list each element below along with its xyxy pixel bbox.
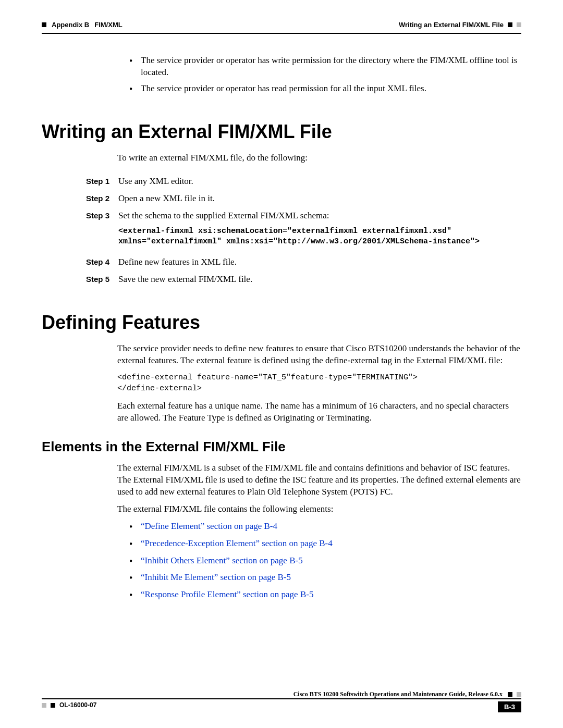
step-text: Set the schema to the supplied External … [118,210,521,251]
step-row: Step 4 Define new features in XML file. [86,256,521,268]
appendix-label: Appendix B [52,21,89,29]
square-icon [42,703,46,708]
step-text-line: Set the schema to the supplied External … [118,211,329,220]
step-text: Use any XML editor. [118,176,521,188]
footer: Cisco BTS 10200 Softswitch Operations an… [42,689,521,712]
square-icon [517,692,521,697]
header-right: Writing an External FIM/XML File [399,21,521,29]
list-item: The service provider or operator has rea… [129,83,521,95]
step-text: Save the new external FIM/XML file. [118,274,521,286]
step-label: Step 2 [86,193,118,204]
list-item: “Response Profile Element” section on pa… [129,588,521,601]
step-label: Step 5 [86,274,118,285]
list-item: “Define Element” section on page B-4 [129,520,521,533]
xref-link[interactable]: “Inhibit Me Element” section on page B-5 [141,572,291,582]
footer-doc-id: OL-16000-07 [59,701,96,709]
step-row: Step 5 Save the new external FIM/XML fil… [86,274,521,286]
code-block: <define-external feature-name="TAT_5"fea… [117,372,521,394]
xref-link[interactable]: “Response Profile Element” section on pa… [141,589,313,599]
elements-p1: The external FIM/XML is a subset of the … [117,462,521,498]
square-icon [517,22,521,27]
step-label: Step 1 [86,176,118,187]
list-item: “Precedence-Exception Element” section o… [129,537,521,550]
page-number-badge: B-3 [498,701,521,712]
list-item: “Inhibit Me Element” section on page B-5 [129,571,521,584]
header-rule [42,33,521,34]
heading-elements: Elements in the External FIM/XML File [42,439,521,455]
defining-p2: Each external feature has a unique name.… [117,400,521,424]
heading-defining: Defining Features [42,312,521,334]
square-icon [508,22,512,27]
square-icon [42,22,46,27]
xref-link[interactable]: “Define Element” section on page B-4 [141,521,277,531]
elements-p2: The external FIM/XML file contains the f… [117,503,521,515]
elements-link-list: “Define Element” section on page B-4 “Pr… [129,520,521,601]
intro-bullet-list: The service provider or operator has wri… [42,55,521,95]
steps-list: Step 1 Use any XML editor. Step 2 Open a… [86,176,521,286]
square-icon [508,692,512,697]
list-item: “Inhibit Others Element” section on page… [129,554,521,567]
footer-doc-title: Cisco BTS 10200 Softswitch Operations an… [293,690,503,698]
step-row: Step 2 Open a new XML file in it. [86,193,521,205]
step-row: Step 1 Use any XML editor. [86,176,521,188]
xref-link[interactable]: “Inhibit Others Element” section on page… [141,556,303,565]
footer-rule [42,698,521,699]
step-text: Open a new XML file in it. [118,193,521,205]
step-label: Step 4 [86,256,118,267]
defining-p1: The service provider needs to define new… [117,343,521,367]
xref-link[interactable]: “Precedence-Exception Element” section o… [141,538,333,548]
header-section-label: Writing an External FIM/XML File [399,21,504,29]
header-left: Appendix B FIM/XML [42,21,123,29]
code-block: <external-fimxml xsi:schemaLocation="ext… [118,226,521,248]
heading-writing: Writing an External FIM/XML File [42,121,521,143]
square-icon [51,703,55,708]
appendix-title: FIM/XML [94,21,122,29]
writing-intro: To write an external FIM/XML file, do th… [117,152,521,164]
step-text: Define new features in XML file. [118,256,521,268]
list-item: The service provider or operator has wri… [129,55,521,79]
step-label: Step 3 [86,210,118,221]
step-row: Step 3 Set the schema to the supplied Ex… [86,210,521,251]
